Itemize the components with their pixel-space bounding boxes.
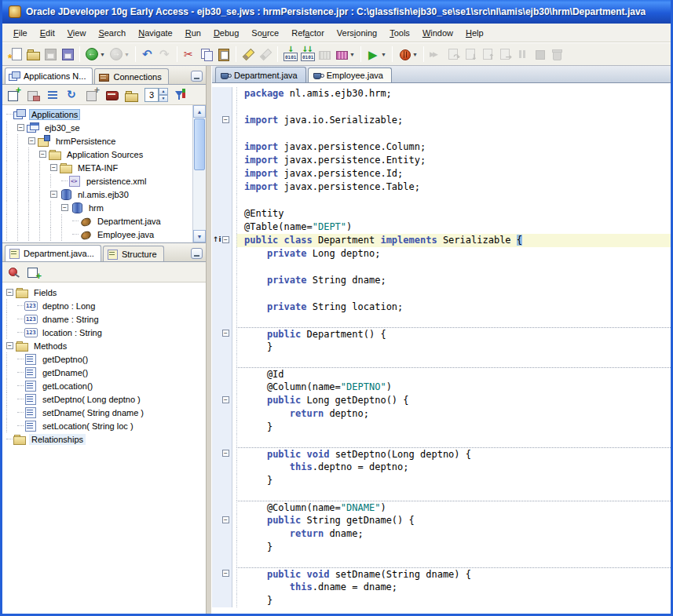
code-line[interactable]: −import java.io.Serializable; xyxy=(212,114,671,127)
terminate-button[interactable] xyxy=(531,44,548,64)
forward-navigate-button[interactable]: ▼ xyxy=(108,44,132,64)
redo-button[interactable] xyxy=(156,44,174,64)
tab-department-structure[interactable]: Department.java... xyxy=(5,245,101,261)
show-folders-button[interactable] xyxy=(123,85,140,105)
tree-collapse-icon[interactable]: − xyxy=(17,124,24,131)
code-line[interactable] xyxy=(212,354,671,367)
open-file-button[interactable] xyxy=(24,44,42,64)
scrollbar-track[interactable] xyxy=(193,171,206,230)
project-level-spinner[interactable]: 3▲▼ xyxy=(144,88,168,102)
garbage-collect-button[interactable] xyxy=(548,44,565,64)
debug-dropdown-icon[interactable]: ▼ xyxy=(411,52,419,57)
tree-collapse-icon[interactable]: − xyxy=(39,151,46,158)
tree-item-deptno-long[interactable]: deptno : Long xyxy=(2,299,206,312)
tree-collapse-icon[interactable]: − xyxy=(50,164,57,171)
menu-tools[interactable]: Tools xyxy=(383,26,416,40)
paste-button[interactable] xyxy=(215,44,232,64)
vertical-scrollbar[interactable]: ▲ ▼ xyxy=(192,105,206,242)
code-line[interactable]: import javax.persistence.Table; xyxy=(212,180,671,194)
scroll-down-icon[interactable]: ▼ xyxy=(193,230,206,242)
make-button[interactable] xyxy=(316,44,333,64)
tree-item-fields[interactable]: −Fields xyxy=(2,286,206,299)
step-out-button[interactable] xyxy=(479,44,496,64)
forward-navigate-dropdown-icon[interactable]: ▼ xyxy=(123,52,130,57)
cut-button[interactable] xyxy=(181,44,198,64)
code-line[interactable]: @Entity xyxy=(212,207,671,221)
code-line[interactable] xyxy=(212,314,671,327)
code-line[interactable]: } xyxy=(212,341,671,354)
tree-item-application-sources[interactable]: −Application Sources xyxy=(2,148,192,161)
tree-item-nl-amis-ejb30[interactable]: −nl.amis.ejb30 xyxy=(2,188,192,201)
debug-button[interactable]: ▼ xyxy=(396,44,420,64)
tree-item-getdname[interactable]: getDname() xyxy=(2,366,206,379)
code-line[interactable] xyxy=(212,487,671,501)
fold-collapse-icon[interactable]: − xyxy=(222,330,229,337)
code-line[interactable]: } xyxy=(212,474,671,487)
tab-structure[interactable]: Structure xyxy=(103,246,164,261)
run-dropdown-icon[interactable]: ▼ xyxy=(380,52,387,57)
code-line[interactable]: @Table(name="DEPT") xyxy=(212,221,671,234)
menu-debug[interactable]: Debug xyxy=(207,26,245,40)
menu-edit[interactable]: Edit xyxy=(34,26,61,40)
tree-item-getlocation[interactable]: getLocation() xyxy=(2,379,206,392)
run-to-cursor-button[interactable] xyxy=(496,44,514,64)
code-line[interactable]: private String location; xyxy=(212,301,671,314)
tree-item-relationships[interactable]: Relationships xyxy=(2,432,206,446)
code-line[interactable]: @Id xyxy=(212,367,671,381)
new-file-button[interactable] xyxy=(7,44,24,64)
code-line[interactable]: import javax.persistence.Entity; xyxy=(212,154,671,167)
code-line[interactable] xyxy=(212,434,671,447)
search-highlight-button[interactable] xyxy=(257,44,274,64)
code-line[interactable] xyxy=(212,194,671,207)
minimize-panel-icon[interactable] xyxy=(191,71,203,82)
compile-button[interactable] xyxy=(281,44,298,64)
pause-button[interactable] xyxy=(514,44,531,64)
code-line[interactable]: @Column(name="DEPTNO") xyxy=(212,381,671,394)
tree-item-ejb30-se[interactable]: −ejb30_se xyxy=(2,121,192,134)
navigator-display-options-button[interactable] xyxy=(45,85,61,105)
back-navigate-dropdown-icon[interactable]: ▼ xyxy=(99,52,106,57)
rebuild-dropdown-icon[interactable]: ▼ xyxy=(349,52,356,57)
save-file-button[interactable] xyxy=(42,44,59,64)
code-line[interactable] xyxy=(212,127,671,140)
code-line[interactable]: − public Department() { xyxy=(212,327,671,341)
tree-item-methods[interactable]: −Methods xyxy=(2,339,206,352)
dock-splitter[interactable] xyxy=(206,66,212,614)
scroll-up-icon[interactable]: ▲ xyxy=(193,105,206,118)
remove-from-ide-button[interactable] xyxy=(25,85,42,105)
tree-item-department-java[interactable]: Department.java xyxy=(2,214,192,228)
menu-help[interactable]: Help xyxy=(459,26,490,40)
code-editor[interactable]: package nl.amis.ejb30.hrm;−import java.i… xyxy=(212,83,671,614)
tab-department-java[interactable]: Department.java xyxy=(215,67,306,82)
freeze-pin-button[interactable] xyxy=(5,262,22,282)
code-line[interactable]: private Long deptno; xyxy=(212,247,671,261)
highlight-button[interactable] xyxy=(240,44,257,64)
run-button[interactable]: ▼ xyxy=(364,44,389,64)
fold-collapse-icon[interactable]: − xyxy=(222,396,229,403)
code-line[interactable]: this.dname = dname; xyxy=(212,581,671,594)
resume-button[interactable] xyxy=(427,44,444,64)
tree-item-meta-inf[interactable]: −META-INF xyxy=(2,161,192,174)
code-line[interactable]: @Column(name="DNAME") xyxy=(212,501,671,514)
menu-file[interactable]: File xyxy=(7,26,34,40)
menu-refactor[interactable]: Refactor xyxy=(285,26,331,40)
tab-applications-navigator[interactable]: Applications N... xyxy=(5,67,93,84)
fold-collapse-icon[interactable]: − xyxy=(222,570,229,577)
new-navigator-window-button[interactable] xyxy=(5,85,22,105)
spinner-down-icon[interactable]: ▼ xyxy=(159,95,168,102)
code-line[interactable]: } xyxy=(212,541,671,554)
tree-collapse-icon[interactable]: − xyxy=(6,342,13,349)
scrollbar-thumb[interactable] xyxy=(194,118,205,170)
minimize-panel-icon[interactable] xyxy=(191,248,203,259)
tree-collapse-icon[interactable]: − xyxy=(61,204,68,211)
copy-button[interactable] xyxy=(198,44,215,64)
code-line[interactable]: return dname; xyxy=(212,527,671,541)
tree-item-location-string[interactable]: location : String xyxy=(2,326,206,339)
tree-item-persistence-xml[interactable]: persistence.xml xyxy=(2,174,192,188)
fold-collapse-icon[interactable]: − xyxy=(222,450,229,457)
code-line[interactable]: return deptno; xyxy=(212,407,671,421)
tree-item-applications[interactable]: Applications xyxy=(2,108,192,121)
undo-button[interactable] xyxy=(139,44,156,64)
code-line[interactable] xyxy=(212,287,671,301)
tree-item-setlocation-string-loc[interactable]: setLocation( String loc ) xyxy=(2,419,206,432)
